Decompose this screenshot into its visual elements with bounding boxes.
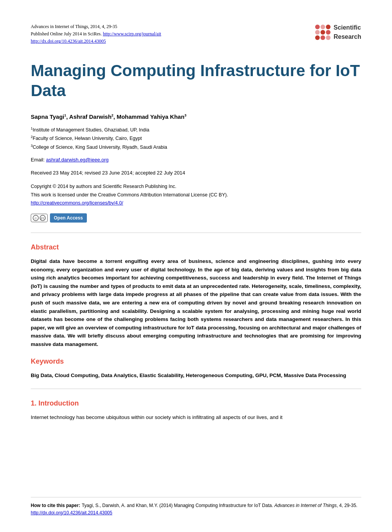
affiliations: 1Institute of Management Studies, Ghazia… [31, 126, 361, 151]
affil-1: 1Institute of Management Studies, Ghazia… [31, 126, 361, 134]
dot-1 [315, 25, 320, 29]
logo-research: Research [334, 32, 361, 42]
introduction-section: 1. Introduction Internet technology has … [31, 398, 361, 422]
divider-1 [31, 233, 361, 233]
cc-url-link[interactable]: http://creativecommons.org/licenses/by/4… [31, 200, 123, 206]
copyright-line1: Copyright © 2014 by authors and Scientif… [31, 183, 361, 191]
dot-7 [315, 35, 320, 40]
footer-doi-link[interactable]: http://dx.doi.org/10.4236/ait.2014.43005 [31, 510, 112, 515]
doi-url-link[interactable]: http://dx.doi.org/10.4236/ait.2014.43005 [31, 38, 106, 44]
dot-9 [326, 35, 331, 40]
dot-4 [315, 30, 320, 35]
affil-3: 3College of Science, King Saud Universit… [31, 143, 361, 151]
dot-3 [326, 25, 331, 29]
header: Advances in Internet of Things, 2014, 4,… [31, 23, 361, 45]
journal-line1: Advances in Internet of Things, 2014, 4,… [31, 23, 161, 30]
intro-title: 1. Introduction [31, 398, 361, 409]
doi-line: http://dx.doi.org/10.4236/ait.2014.43005 [31, 38, 161, 45]
email-label: Email: [31, 157, 46, 163]
abstract-section: Abstract Digital data have become a torr… [31, 242, 361, 349]
keywords-section: Keywords Big Data, Cloud Computing, Data… [31, 356, 361, 380]
svg-text:©: © [35, 216, 37, 220]
open-access-badge: © BY Open Access [31, 213, 87, 223]
how-to-cite-label: How to cite this paper: [31, 503, 80, 508]
copyright-line2: This work is licensed under the Creative… [31, 191, 361, 199]
authors-line: Sapna Tyagi1, Ashraf Darwish2, Mohammad … [31, 113, 361, 121]
footer-citation: How to cite this paper:Tyagi, S., Darwis… [31, 497, 361, 517]
logo-graphic: Scientific Research [315, 23, 361, 42]
logo-scientific: Scientific [334, 23, 361, 32]
journal-prefix: Published Online July 2014 in SciRes. [31, 31, 103, 37]
keywords-title: Keywords [31, 356, 361, 367]
abstract-body: Digital data have become a torrent engul… [31, 257, 361, 349]
main-title: Managing Computing Infrastructure for Io… [31, 61, 361, 101]
citation-text: Tyagi, S., Darwish, A. and Khan, M.Y. (2… [82, 503, 274, 508]
journal-url-link[interactable]: http://www.scirp.org/journal/ait [103, 31, 161, 37]
logo-area: Scientific Research [315, 23, 361, 42]
affil-2: 2Faculty of Science, Helwan University, … [31, 134, 361, 143]
page: Advances in Internet of Things, 2014, 4,… [0, 0, 392, 532]
logo-text-area: Scientific Research [334, 23, 361, 42]
svg-text:BY: BY [40, 217, 45, 220]
cc-icon: © BY [31, 214, 48, 222]
copyright-block: Copyright © 2014 by authors and Scientif… [31, 183, 361, 207]
journal-italic: Advances in Internet of Things [274, 503, 337, 508]
cc-by-icon: BY [40, 215, 46, 221]
volume-pages: , 4, 29-35. [337, 503, 357, 508]
authors-text: Sapna Tyagi1, Ashraf Darwish2, Mohammad … [31, 113, 186, 120]
dot-6 [326, 30, 331, 35]
cc-circle-icon: © [33, 215, 39, 221]
dot-8 [321, 35, 325, 40]
journal-line2: Published Online July 2014 in SciRes. ht… [31, 30, 161, 38]
open-access-label: Open Access [50, 213, 87, 223]
email-line: Email: ashraf.darwish.eg@ieee.org [31, 156, 361, 164]
logo-dots [315, 25, 331, 40]
intro-body: Internet technology has become ubiquitou… [31, 413, 361, 422]
received-line: Received 23 May 2014; revised 23 June 20… [31, 169, 361, 177]
abstract-title: Abstract [31, 242, 361, 253]
dot-5 [321, 30, 325, 35]
keywords-body: Big Data, Cloud Computing, Data Analytic… [31, 371, 361, 380]
dot-2 [321, 25, 325, 29]
email-link[interactable]: ashraf.darwish.eg@ieee.org [46, 157, 109, 163]
divider-2 [31, 389, 361, 389]
journal-info: Advances in Internet of Things, 2014, 4,… [31, 23, 161, 45]
